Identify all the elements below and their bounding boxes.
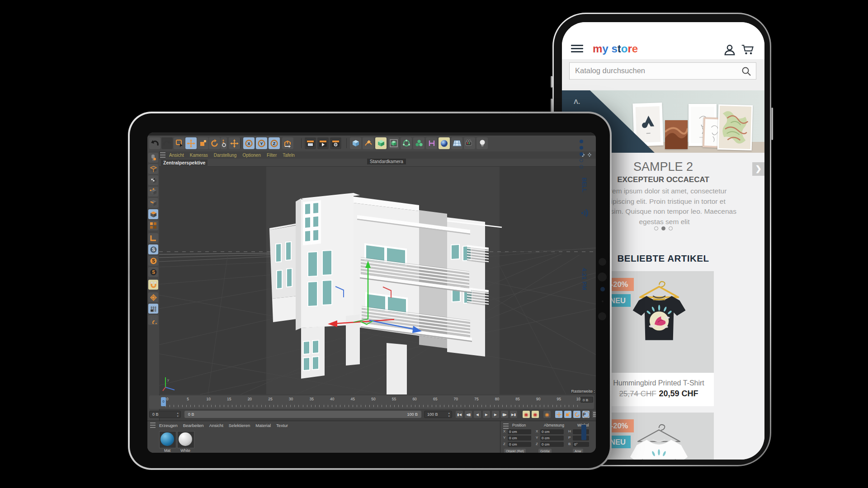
workplane-icon[interactable]: [148, 292, 158, 302]
coordinate-system-icon[interactable]: [282, 137, 293, 149]
plane-mode-icon[interactable]: [148, 315, 158, 325]
menu-filter[interactable]: Filter: [267, 153, 277, 158]
symmetry-icon[interactable]: S: [148, 267, 158, 277]
key-rotation-button[interactable]: [573, 411, 580, 418]
model-mode-icon[interactable]: [148, 164, 158, 174]
points-mode-icon[interactable]: [148, 187, 158, 197]
floor-icon[interactable]: [451, 137, 462, 149]
product-card-2[interactable]: -20% NEU: [604, 413, 714, 460]
coords-apply-button[interactable]: Anw: [573, 449, 583, 453]
timeline-ruler[interactable]: 0510152025303540455055606570758085909510…: [149, 395, 594, 409]
render-picture-icon[interactable]: [317, 137, 329, 149]
phone-power-button: [771, 108, 773, 140]
soft-selection-icon[interactable]: S: [148, 256, 158, 266]
coords-mode-dropdown[interactable]: Objekt (Rel): [504, 449, 526, 453]
material-thumb-white[interactable]: [177, 431, 194, 448]
store-header: my store: [562, 22, 764, 59]
mat-menu-selektieren[interactable]: Selektieren: [229, 423, 250, 428]
menu-ansicht[interactable]: Ansicht: [169, 153, 184, 158]
keying-options-button[interactable]: [592, 411, 596, 418]
lock-workplane-icon[interactable]: [148, 304, 158, 314]
axis-mode-icon[interactable]: [148, 233, 158, 243]
render-settings-icon[interactable]: [330, 137, 341, 149]
material-grip-icon[interactable]: [150, 422, 156, 428]
play-button[interactable]: ▶: [483, 411, 490, 418]
prev-frame-button[interactable]: ◀: [474, 411, 481, 418]
material-thumb-mat[interactable]: [159, 431, 176, 448]
rotate-tool-icon[interactable]: [209, 137, 220, 149]
prev-key-button[interactable]: ◀▮: [465, 411, 472, 418]
mat-menu-textur[interactable]: Textur: [276, 423, 288, 428]
y-axis-lock-icon[interactable]: Y: [256, 137, 267, 149]
search-icon[interactable]: [741, 66, 751, 76]
render-view-icon[interactable]: [305, 137, 316, 149]
scale-tool-icon[interactable]: [197, 137, 208, 149]
deformer-icon[interactable]: [401, 137, 412, 149]
spline-tools-icon[interactable]: [426, 137, 437, 149]
svg-text:Y: Y: [260, 141, 263, 146]
status-carrier: BELL: [581, 178, 587, 192]
tool-history-icon[interactable]: [221, 137, 227, 149]
timeline-playhead[interactable]: 0: [161, 397, 166, 406]
redo-icon[interactable]: [161, 137, 173, 149]
menu-darstellung[interactable]: Darstellung: [214, 153, 237, 158]
menu-tafeln[interactable]: Tafeln: [283, 153, 295, 158]
edges-mode-icon[interactable]: [148, 198, 158, 208]
spline-pen-icon[interactable]: [363, 137, 374, 149]
record-position-button[interactable]: ◉: [523, 411, 530, 418]
menu-grip-icon[interactable]: [160, 152, 165, 158]
status-wifi-icon: [581, 208, 589, 218]
key-scale-button[interactable]: [564, 411, 571, 418]
material-sphere-icon[interactable]: [439, 137, 450, 149]
subdivision-surface-icon[interactable]: [375, 137, 387, 149]
mat-menu-material[interactable]: Material: [255, 423, 271, 428]
move-tool-icon[interactable]: [185, 137, 197, 149]
frame-start-spinner[interactable]: 0 B▲▼: [149, 411, 181, 418]
account-icon[interactable]: [723, 44, 736, 56]
menu-icon[interactable]: [571, 45, 583, 52]
product-name[interactable]: Hummingbird Printed T-Shirt: [604, 373, 714, 387]
mat-menu-bearbeiten[interactable]: Bearbeiten: [183, 423, 204, 428]
polygons-mode-icon[interactable]: [148, 209, 158, 219]
mat-menu-erzeugen[interactable]: Erzeugen: [159, 423, 178, 428]
menu-optionen[interactable]: Optionen: [242, 153, 261, 158]
snap-icon[interactable]: [148, 280, 158, 290]
camera-icon[interactable]: [464, 137, 475, 149]
undo-icon[interactable]: [149, 137, 160, 149]
cloner-icon[interactable]: [413, 137, 425, 149]
selection-tool-icon[interactable]: [174, 137, 185, 149]
search-input[interactable]: Katalog durchsuchen: [569, 62, 756, 80]
viewport-perspective-label[interactable]: Zentralperspektive: [161, 160, 208, 166]
menu-kameras[interactable]: Kameras: [190, 153, 208, 158]
carousel-next-button[interactable]: ❯: [752, 162, 764, 176]
frame-end-spinner[interactable]: 100 B▲▼: [424, 411, 452, 418]
goto-end-button[interactable]: ▶▮: [510, 411, 517, 418]
free-move-icon[interactable]: [229, 137, 240, 149]
store-logo[interactable]: my store: [593, 42, 638, 55]
timeline-range-slider[interactable]: 0 B 100 B: [184, 411, 421, 418]
timeline-current-frame-field[interactable]: 0 B: [580, 397, 593, 403]
generator-icon[interactable]: 18">: [388, 137, 399, 149]
object-mode-icon[interactable]: [148, 221, 158, 230]
auto-select-icon[interactable]: S: [148, 244, 158, 254]
cart-icon[interactable]: [741, 44, 755, 56]
next-key-button[interactable]: ▮▶: [501, 411, 508, 418]
add-cube-icon[interactable]: [350, 137, 361, 149]
viewport-camera-label[interactable]: Standardkamera: [367, 159, 406, 164]
autokey-button[interactable]: ◉: [543, 411, 551, 418]
z-axis-lock-icon[interactable]: Z: [269, 137, 280, 149]
texture-mode-icon[interactable]: [148, 175, 158, 185]
viewport[interactable]: y Zentralperspektive Standardkamera Rast…: [159, 159, 596, 394]
mat-menu-ansicht[interactable]: Ansicht: [209, 423, 223, 428]
coords-size-dropdown[interactable]: Größe: [538, 449, 552, 453]
next-frame-button[interactable]: ▶: [492, 411, 499, 418]
bottom-panels: Erzeugen Bearbeiten Ansicht Selektieren …: [147, 421, 596, 453]
product-card[interactable]: -20% NEU Hummingbird Printed T-Shirt 25,…: [604, 271, 714, 406]
x-axis-lock-icon[interactable]: X: [243, 137, 255, 149]
light-icon[interactable]: [476, 137, 488, 149]
key-parameter-button[interactable]: P: [582, 411, 590, 418]
key-position-button[interactable]: [555, 411, 562, 418]
live-selection-icon[interactable]: [148, 153, 158, 163]
goto-start-button[interactable]: ▮◀: [456, 411, 463, 418]
record-rotation-button[interactable]: ◉: [532, 411, 539, 418]
